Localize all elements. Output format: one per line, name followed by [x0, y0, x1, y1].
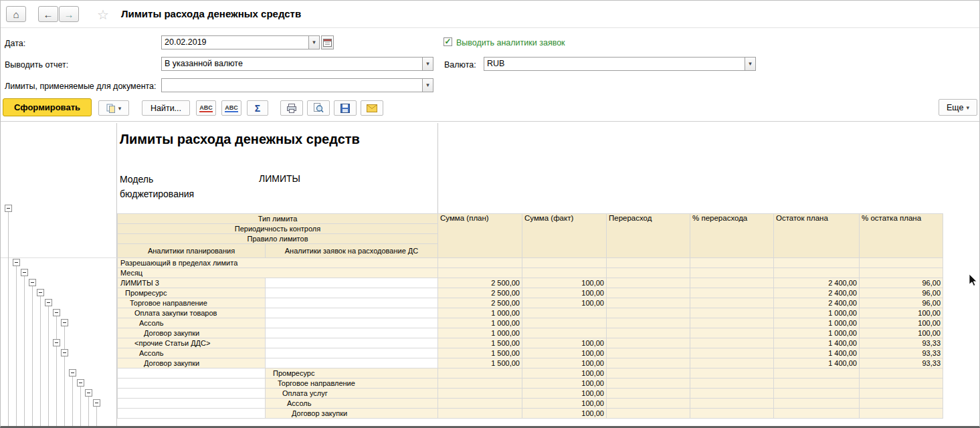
report-cell-value[interactable]: 2 500,00	[438, 288, 522, 298]
report-cell-value[interactable]: 100,00	[522, 278, 607, 288]
save-button[interactable]	[334, 100, 357, 116]
report-cell-label[interactable]: Торговое направление	[266, 379, 438, 389]
report-cell-empty[interactable]	[266, 318, 438, 328]
report-cell-label[interactable]: Ассоль	[118, 318, 266, 328]
report-cell-value[interactable]	[690, 258, 774, 268]
group-collapse-toggle[interactable]	[53, 309, 60, 316]
report-cell-value[interactable]: 2 500,00	[438, 298, 522, 308]
report-cell-value[interactable]: 1 000,00	[774, 328, 860, 338]
report-cell-value[interactable]	[607, 258, 690, 268]
date-input[interactable]: 20.02.2019	[161, 35, 309, 49]
report-cell-label[interactable]: Месяц	[118, 268, 438, 278]
report-cell-value[interactable]	[690, 278, 774, 288]
report-cell-value[interactable]: 1 000,00	[438, 328, 522, 338]
group-collapse-toggle[interactable]	[69, 369, 76, 377]
group-collapse-toggle[interactable]	[5, 205, 12, 212]
report-cell-value[interactable]: 1 500,00	[438, 348, 522, 358]
report-cell-value[interactable]: 1 400,00	[774, 358, 860, 368]
report-cell-value[interactable]	[438, 409, 522, 419]
report-cell-value[interactable]	[774, 258, 860, 268]
report-cell-value[interactable]	[607, 288, 690, 298]
report-cell-value[interactable]: 1 400,00	[774, 338, 860, 348]
report-cell-value[interactable]: 96,00	[860, 298, 943, 308]
report-cell-value[interactable]	[860, 379, 943, 389]
report-cell-label[interactable]: Договор закупки	[118, 358, 266, 368]
group-collapse-toggle[interactable]	[45, 299, 52, 306]
report-cell-label[interactable]: Промресурс	[118, 288, 266, 298]
report-cell-value[interactable]	[690, 348, 774, 358]
report-cell-label[interactable]: <прочие Статьи ДДС>	[118, 338, 266, 348]
report-cell-empty[interactable]	[266, 278, 438, 288]
column-header[interactable]: Сумма (план)	[438, 214, 522, 258]
date-calendar-button[interactable]	[321, 35, 334, 49]
report-cell-value[interactable]: 100,00	[860, 328, 943, 338]
group-collapse-toggle[interactable]	[85, 389, 92, 397]
date-dropdown-button[interactable]: ▾	[308, 35, 320, 49]
report-cell-value[interactable]: 100,00	[860, 318, 943, 328]
report-cell-value[interactable]: 100,00	[522, 298, 607, 308]
report-cell-value[interactable]	[522, 268, 607, 278]
report-cell-value[interactable]	[607, 328, 690, 338]
report-cell-value[interactable]: 100,00	[522, 389, 607, 399]
report-cell-value[interactable]	[690, 288, 774, 298]
report-cell-label[interactable]: Оплата услуг	[266, 389, 438, 399]
report-cell-value[interactable]	[690, 338, 774, 348]
report-cell-label[interactable]: Оплата закупки товаров	[118, 308, 266, 318]
report-cell-value[interactable]: 2 400,00	[774, 298, 860, 308]
report-cell-value[interactable]	[607, 368, 690, 379]
report-cell-value[interactable]	[607, 409, 690, 419]
group-collapse-toggle[interactable]	[37, 289, 44, 296]
report-cell-value[interactable]	[860, 399, 943, 409]
report-cell-value[interactable]	[607, 379, 690, 389]
group-collapse-toggle[interactable]	[29, 279, 36, 286]
report-cell-value[interactable]	[774, 268, 860, 278]
preview-button[interactable]	[307, 100, 330, 116]
report-cell-value[interactable]	[690, 308, 774, 318]
report-cell-label[interactable]: Торговое направление	[118, 298, 266, 308]
report-cell-value[interactable]	[607, 318, 690, 328]
report-cell-value[interactable]	[607, 348, 690, 358]
report-cell-label[interactable]: Ассоль	[118, 348, 266, 358]
report-cell-value[interactable]: 100,00	[522, 348, 607, 358]
group-collapse-toggle[interactable]	[21, 269, 28, 276]
print-button[interactable]	[280, 100, 303, 116]
report-cell-value[interactable]	[774, 409, 860, 419]
report-cell-value[interactable]: 2 400,00	[774, 278, 860, 288]
group-collapse-toggle[interactable]	[61, 349, 68, 356]
sum-button[interactable]: Σ	[247, 100, 268, 116]
report-cell-value[interactable]	[607, 278, 690, 288]
report-cell-value[interactable]	[690, 268, 774, 278]
report-cell-value[interactable]	[522, 258, 607, 268]
report-cell-value[interactable]	[690, 298, 774, 308]
report-cell-value[interactable]	[607, 358, 690, 368]
report-cell-empty[interactable]	[266, 338, 438, 348]
report-cell-empty[interactable]	[266, 328, 438, 338]
report-cell-value[interactable]	[607, 268, 690, 278]
report-cell-value[interactable]: 2 400,00	[774, 288, 860, 298]
report-cell-value[interactable]	[860, 258, 943, 268]
report-cell-value[interactable]: 2 500,00	[438, 278, 522, 288]
report-cell-value[interactable]	[774, 389, 860, 399]
report-cell-value[interactable]: 100,00	[522, 379, 607, 389]
report-cell-value[interactable]: 93,33	[860, 358, 943, 368]
report-cell-value[interactable]	[690, 399, 774, 409]
report-cell-label[interactable]: Договор закупки	[118, 328, 266, 338]
report-cell-value[interactable]	[690, 368, 774, 379]
group-collapse-toggle[interactable]	[13, 259, 20, 266]
report-mode-select[interactable]: В указанной валюте	[161, 57, 423, 71]
report-cell-value[interactable]	[607, 389, 690, 399]
limits-select[interactable]	[161, 78, 423, 92]
abc-edit-button[interactable]: ABC	[221, 100, 241, 116]
report-cell-value[interactable]	[438, 389, 522, 399]
column-header[interactable]: Остаток плана	[774, 214, 860, 258]
report-cell-value[interactable]	[774, 399, 860, 409]
report-cell-value[interactable]: 1 500,00	[438, 358, 522, 368]
more-button[interactable]: Еще ▾	[939, 99, 977, 116]
currency-select[interactable]: RUB	[484, 57, 745, 71]
currency-dropdown-button[interactable]: ▾	[745, 57, 756, 71]
report-cell-value[interactable]	[522, 318, 607, 328]
column-header[interactable]: Сумма (факт)	[522, 214, 607, 258]
column-header[interactable]: Перерасход	[607, 214, 690, 258]
report-cell-value[interactable]	[438, 379, 522, 389]
analytics-checkbox-label[interactable]: Выводить аналитики заявок	[456, 38, 565, 47]
